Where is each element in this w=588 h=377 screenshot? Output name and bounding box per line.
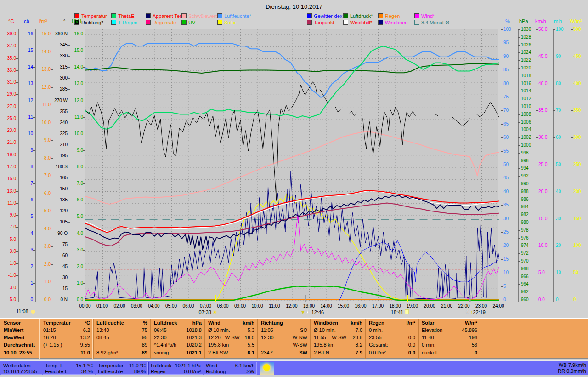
axis-tick-label: 10 (556, 270, 561, 275)
legend-item-thetae[interactable]: ThetaE (111, 13, 134, 19)
axis-tick-label: 6.0 (44, 191, 51, 196)
axis-unit-lm2: l/m² (39, 18, 47, 24)
legend-item-t-regen[interactable]: T Regen (111, 20, 137, 25)
legend-item-wind-[interactable]: Wind* (414, 13, 435, 19)
axis-tick (16, 82, 18, 83)
axis-tick (553, 219, 555, 219)
axis-tick-label: 11.0 (42, 103, 51, 107)
summary-column-unit: °C (85, 320, 90, 326)
axis-tick-label: 3.0 (10, 249, 16, 254)
summary-cell-row: 08:4595 (96, 335, 147, 341)
legend-item-luftdruck-[interactable]: Luftdruck* (343, 13, 373, 19)
summary-cell-label: Ø 10 min. (208, 327, 230, 333)
axis-tick-label: 315 (60, 65, 68, 69)
axis-tick (501, 84, 503, 84)
summary-cell-label: Ø 10 min. (314, 327, 336, 333)
legend-label: ThetaE (118, 13, 134, 19)
legend-label: Apparent Tem (153, 13, 184, 19)
summary-cell-row: 12:30W-NW (261, 335, 307, 341)
axis-tick (51, 34, 53, 34)
axis-tick (68, 156, 70, 156)
axis-tick (68, 145, 70, 145)
axis-tick-label: 70 (556, 108, 561, 113)
legend-item-regen[interactable]: Regen (378, 13, 400, 19)
legend-label: Gewitter-dex* (314, 13, 345, 19)
summary-column-unit: % (143, 320, 147, 326)
statusbar-segment-4: Wind6.1 km/hRichtungSW (204, 362, 257, 375)
legend-item-regenrate[interactable]: Regenrate (146, 20, 176, 25)
summary-cell-row: Ø 10 min.7.0 (314, 327, 362, 334)
axis-tick (16, 275, 18, 276)
summary-column-unit: W/m² (465, 320, 477, 326)
axis-tick-label: 0.0 (538, 297, 545, 302)
legend-item-luftfeuchte-[interactable]: Luftfeuchte* (217, 13, 251, 19)
summary-cell-row: 13:4075 (96, 327, 147, 334)
legend-item-windchill-[interactable]: Windchill* (343, 20, 372, 25)
legend-item-windb-en[interactable]: Windböen (378, 20, 408, 25)
summary-cell-row: 195.8 km8.2 (314, 342, 362, 348)
statusbar-value: 34 % (81, 369, 93, 374)
axis-tick-label: 7.0 (44, 173, 51, 178)
axis-tick (68, 222, 70, 223)
legend-item-solar[interactable]: Solar (217, 20, 236, 25)
axis-tick (536, 192, 538, 192)
legend-label: Richtung* (81, 20, 103, 25)
chart-plot[interactable] (85, 29, 498, 301)
axis-tick (518, 230, 520, 231)
axis-tick-label: 30 (62, 275, 68, 280)
clock: 11:08 (16, 308, 35, 314)
axis-tick-label: 10.0 (538, 243, 547, 248)
axis-tick (16, 300, 18, 300)
legend-item-taupunkt[interactable]: Taupunkt (307, 20, 334, 25)
axis-tick-label: 345 (60, 43, 68, 47)
axis-tick-label: 11.0 (74, 115, 83, 120)
axis-tick-label: 195 (60, 154, 68, 158)
legend-item-schw-lewert-[interactable]: Schwülewert* (181, 13, 219, 19)
axis-tick-label: 4.0 (44, 227, 51, 231)
axis-tick-label: 5.0 (538, 270, 545, 275)
axis-tick (518, 91, 520, 91)
axis-tick (16, 179, 18, 179)
axis-tick-label: 0 N (60, 297, 68, 302)
summary-cell-value: 7.9 (356, 350, 362, 355)
clock-time: 11:08 (16, 308, 28, 314)
axis-tick-label: 11.0 (7, 201, 16, 206)
axis-tick-label: 10 (503, 270, 509, 275)
axis-tick-label: 15 (503, 257, 509, 262)
axis-tick-label: 300 (573, 135, 581, 140)
legend-marker-icon (414, 13, 419, 18)
summary-row-label: MinWert (4, 327, 37, 334)
axis-tick-label: 45 (503, 176, 509, 180)
legend-marker-icon (111, 13, 116, 18)
legend-item-8-4-monat-[interactable]: 8.4 Monat-Ø (414, 20, 449, 25)
summary-cell-row: 22:301021.3 (154, 335, 202, 341)
axis-tick (68, 245, 70, 245)
axis-tick-label: 21.0 (7, 140, 16, 145)
summary-column-windböen: Windböenkm/hØ 10 min.7.011:55W-SW23.8195… (310, 319, 365, 359)
legend-item-uv[interactable]: UV (181, 20, 195, 25)
axis-tick (68, 34, 70, 34)
axis-tick-label: 45.0 (538, 54, 547, 59)
axis-tick (33, 200, 35, 200)
summary-cell-value: 95 (142, 335, 147, 340)
axis-tick-label: 1.0 (10, 261, 16, 266)
statusbar-line: 10.10.17 23:55 (3, 369, 40, 374)
summary-cell-value: SW (299, 350, 307, 355)
summary-cell-row: 2 Bft N7.9 (314, 350, 362, 356)
axis-tick-label: 15.0 (538, 217, 547, 221)
axis-tick (501, 286, 503, 287)
summary-column-header: Temperatur°C (43, 320, 90, 326)
statusbar-right-line: RR 0.0mm/h (558, 368, 586, 374)
statusbar-label: Regen (151, 369, 165, 374)
axis-tick (68, 267, 70, 267)
axis-tick-label: 5 (503, 284, 506, 289)
summary-cell-value: 75 (142, 327, 147, 333)
legend-item-apparent-tem[interactable]: Apparent Tem (146, 13, 184, 19)
statusbar-label: Luftfeuchte (98, 369, 123, 374)
statusbar-segment-0: Wetterdaten10.10.17 23:55 (1, 362, 42, 375)
statusbar-segment-3: Luftdruck1021.1 hPaRegen0.0 l/m² (148, 362, 203, 375)
summary-cell-label: 08:45 (96, 335, 109, 340)
legend-item-gewitter-dex-[interactable]: Gewitter-dex* (307, 13, 345, 19)
axis-tick (501, 137, 503, 138)
axis-tick-label: 100 (573, 243, 581, 248)
